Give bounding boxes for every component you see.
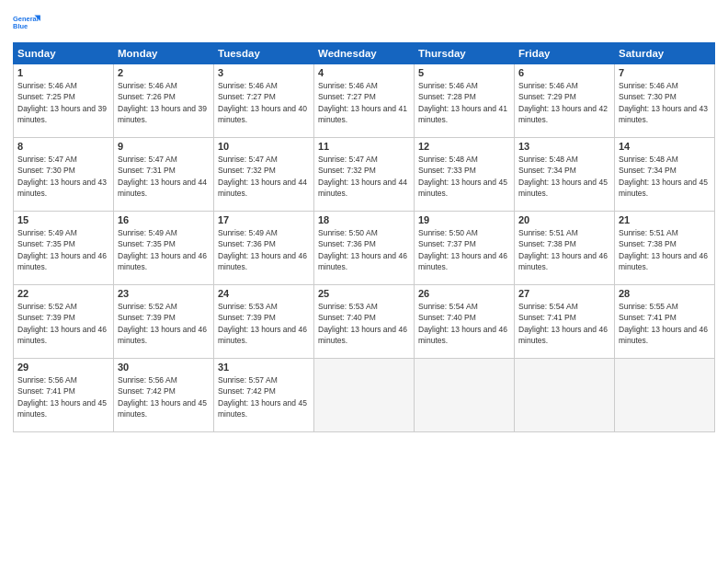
calendar-day-19: 19Sunrise: 5:50 AMSunset: 7:37 PMDayligh… <box>415 212 515 285</box>
day-info: Sunrise: 5:56 AMSunset: 7:42 PMDaylight:… <box>118 374 210 419</box>
day-number: 1 <box>17 67 109 78</box>
day-number: 8 <box>17 141 109 152</box>
day-info: Sunrise: 5:47 AMSunset: 7:32 PMDaylight:… <box>318 154 410 199</box>
day-number: 25 <box>318 288 410 299</box>
day-info: Sunrise: 5:49 AMSunset: 7:35 PMDaylight:… <box>118 227 210 272</box>
calendar-day-7: 7Sunrise: 5:46 AMSunset: 7:30 PMDaylight… <box>615 64 715 138</box>
day-info: Sunrise: 5:46 AMSunset: 7:27 PMDaylight:… <box>218 80 310 125</box>
calendar-day-18: 18Sunrise: 5:50 AMSunset: 7:36 PMDayligh… <box>314 212 415 285</box>
day-info: Sunrise: 5:57 AMSunset: 7:42 PMDaylight:… <box>218 374 310 419</box>
calendar-empty <box>314 359 415 432</box>
calendar-day-25: 25Sunrise: 5:53 AMSunset: 7:40 PMDayligh… <box>314 285 415 359</box>
calendar-day-8: 8Sunrise: 5:47 AMSunset: 7:30 PMDaylight… <box>14 138 114 212</box>
day-info: Sunrise: 5:46 AMSunset: 7:27 PMDaylight:… <box>318 80 410 125</box>
day-info: Sunrise: 5:50 AMSunset: 7:36 PMDaylight:… <box>318 227 410 272</box>
calendar-empty <box>415 359 515 432</box>
calendar-day-9: 9Sunrise: 5:47 AMSunset: 7:31 PMDaylight… <box>114 138 214 212</box>
day-number: 5 <box>418 67 510 78</box>
day-info: Sunrise: 5:46 AMSunset: 7:28 PMDaylight:… <box>418 80 510 125</box>
calendar-day-24: 24Sunrise: 5:53 AMSunset: 7:39 PMDayligh… <box>214 285 314 359</box>
day-number: 24 <box>218 288 310 299</box>
calendar-day-13: 13Sunrise: 5:48 AMSunset: 7:34 PMDayligh… <box>515 138 615 212</box>
day-info: Sunrise: 5:48 AMSunset: 7:33 PMDaylight:… <box>418 154 510 199</box>
day-info: Sunrise: 5:54 AMSunset: 7:40 PMDaylight:… <box>418 301 510 346</box>
day-number: 31 <box>218 362 310 373</box>
svg-text:General: General <box>13 15 39 23</box>
day-info: Sunrise: 5:48 AMSunset: 7:34 PMDaylight:… <box>518 154 610 199</box>
day-info: Sunrise: 5:52 AMSunset: 7:39 PMDaylight:… <box>17 301 109 346</box>
calendar-day-31: 31Sunrise: 5:57 AMSunset: 7:42 PMDayligh… <box>214 359 314 432</box>
day-number: 20 <box>518 214 610 225</box>
svg-text:Blue: Blue <box>13 22 28 30</box>
day-info: Sunrise: 5:52 AMSunset: 7:39 PMDaylight:… <box>118 301 210 346</box>
logo-icon: GeneralBlue <box>13 9 42 35</box>
day-number: 18 <box>318 214 410 225</box>
day-info: Sunrise: 5:48 AMSunset: 7:34 PMDaylight:… <box>619 154 711 199</box>
day-number: 10 <box>218 141 310 152</box>
day-info: Sunrise: 5:55 AMSunset: 7:41 PMDaylight:… <box>619 301 711 346</box>
day-number: 21 <box>619 214 711 225</box>
calendar-day-21: 21Sunrise: 5:51 AMSunset: 7:38 PMDayligh… <box>615 212 715 285</box>
day-info: Sunrise: 5:47 AMSunset: 7:31 PMDaylight:… <box>118 154 210 199</box>
calendar-day-11: 11Sunrise: 5:47 AMSunset: 7:32 PMDayligh… <box>314 138 415 212</box>
calendar-week-5: 29Sunrise: 5:56 AMSunset: 7:41 PMDayligh… <box>14 359 715 432</box>
calendar-day-6: 6Sunrise: 5:46 AMSunset: 7:29 PMDaylight… <box>515 64 615 138</box>
calendar-day-4: 4Sunrise: 5:46 AMSunset: 7:27 PMDaylight… <box>314 64 415 138</box>
day-info: Sunrise: 5:46 AMSunset: 7:26 PMDaylight:… <box>118 80 210 125</box>
day-number: 30 <box>118 362 210 373</box>
calendar-day-28: 28Sunrise: 5:55 AMSunset: 7:41 PMDayligh… <box>615 285 715 359</box>
day-number: 13 <box>518 141 610 152</box>
day-info: Sunrise: 5:47 AMSunset: 7:30 PMDaylight:… <box>17 154 109 199</box>
col-header-sunday: Sunday <box>14 43 114 64</box>
calendar-day-3: 3Sunrise: 5:46 AMSunset: 7:27 PMDaylight… <box>214 64 314 138</box>
calendar-week-2: 8Sunrise: 5:47 AMSunset: 7:30 PMDaylight… <box>14 138 715 212</box>
day-number: 28 <box>619 288 711 299</box>
day-number: 11 <box>318 141 410 152</box>
col-header-monday: Monday <box>114 43 214 64</box>
calendar-day-2: 2Sunrise: 5:46 AMSunset: 7:26 PMDaylight… <box>114 64 214 138</box>
day-info: Sunrise: 5:46 AMSunset: 7:29 PMDaylight:… <box>518 80 610 125</box>
day-info: Sunrise: 5:54 AMSunset: 7:41 PMDaylight:… <box>518 301 610 346</box>
day-info: Sunrise: 5:53 AMSunset: 7:39 PMDaylight:… <box>218 301 310 346</box>
day-number: 7 <box>619 67 711 78</box>
day-info: Sunrise: 5:49 AMSunset: 7:35 PMDaylight:… <box>17 227 109 272</box>
day-number: 16 <box>118 214 210 225</box>
day-info: Sunrise: 5:46 AMSunset: 7:25 PMDaylight:… <box>17 80 109 125</box>
header: GeneralBlue <box>13 9 715 35</box>
col-header-tuesday: Tuesday <box>214 43 314 64</box>
col-header-wednesday: Wednesday <box>314 43 415 64</box>
col-header-saturday: Saturday <box>615 43 715 64</box>
calendar-day-12: 12Sunrise: 5:48 AMSunset: 7:33 PMDayligh… <box>415 138 515 212</box>
col-header-thursday: Thursday <box>415 43 515 64</box>
day-number: 15 <box>17 214 109 225</box>
day-info: Sunrise: 5:53 AMSunset: 7:40 PMDaylight:… <box>318 301 410 346</box>
col-header-friday: Friday <box>515 43 615 64</box>
day-number: 26 <box>418 288 510 299</box>
day-info: Sunrise: 5:56 AMSunset: 7:41 PMDaylight:… <box>17 374 109 419</box>
logo: GeneralBlue <box>13 9 42 35</box>
calendar-header-row: SundayMondayTuesdayWednesdayThursdayFrid… <box>14 43 715 64</box>
calendar-empty <box>615 359 715 432</box>
calendar-day-10: 10Sunrise: 5:47 AMSunset: 7:32 PMDayligh… <box>214 138 314 212</box>
calendar-day-29: 29Sunrise: 5:56 AMSunset: 7:41 PMDayligh… <box>14 359 114 432</box>
day-number: 3 <box>218 67 310 78</box>
day-number: 6 <box>518 67 610 78</box>
calendar-day-30: 30Sunrise: 5:56 AMSunset: 7:42 PMDayligh… <box>114 359 214 432</box>
calendar-day-26: 26Sunrise: 5:54 AMSunset: 7:40 PMDayligh… <box>415 285 515 359</box>
calendar-day-22: 22Sunrise: 5:52 AMSunset: 7:39 PMDayligh… <box>14 285 114 359</box>
day-info: Sunrise: 5:50 AMSunset: 7:37 PMDaylight:… <box>418 227 510 272</box>
day-number: 12 <box>418 141 510 152</box>
day-number: 17 <box>218 214 310 225</box>
calendar-day-5: 5Sunrise: 5:46 AMSunset: 7:28 PMDaylight… <box>415 64 515 138</box>
calendar-day-16: 16Sunrise: 5:49 AMSunset: 7:35 PMDayligh… <box>114 212 214 285</box>
day-number: 27 <box>518 288 610 299</box>
calendar-day-23: 23Sunrise: 5:52 AMSunset: 7:39 PMDayligh… <box>114 285 214 359</box>
day-info: Sunrise: 5:49 AMSunset: 7:36 PMDaylight:… <box>218 227 310 272</box>
calendar-day-17: 17Sunrise: 5:49 AMSunset: 7:36 PMDayligh… <box>214 212 314 285</box>
day-number: 9 <box>118 141 210 152</box>
day-number: 4 <box>318 67 410 78</box>
page-container: GeneralBlue SundayMondayTuesdayWednesday… <box>0 0 728 440</box>
day-info: Sunrise: 5:46 AMSunset: 7:30 PMDaylight:… <box>619 80 711 125</box>
day-info: Sunrise: 5:47 AMSunset: 7:32 PMDaylight:… <box>218 154 310 199</box>
calendar-day-20: 20Sunrise: 5:51 AMSunset: 7:38 PMDayligh… <box>515 212 615 285</box>
